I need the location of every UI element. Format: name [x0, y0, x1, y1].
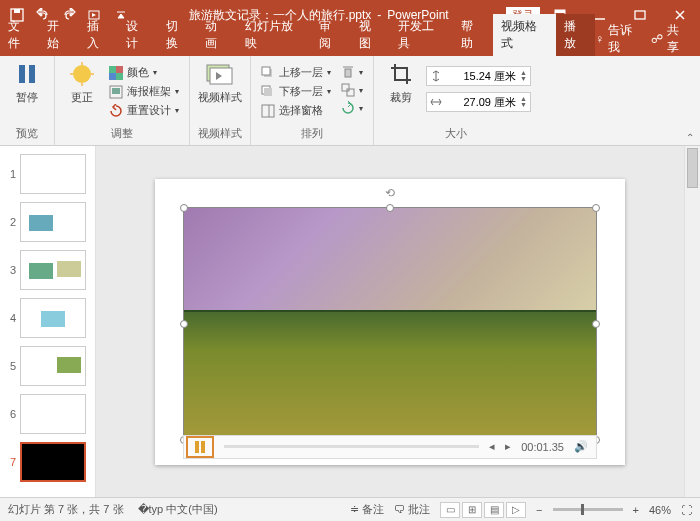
tab-animations[interactable]: 动画 [197, 14, 236, 56]
group-objects-button[interactable]: ▾ [339, 82, 365, 98]
video-styles-label: 视频样式 [198, 91, 242, 103]
poster-frame-icon [109, 85, 123, 99]
svg-rect-7 [19, 65, 25, 83]
selection-pane-button[interactable]: 选择窗格 [259, 102, 333, 119]
align-button[interactable]: ▾ [339, 64, 365, 80]
normal-view-icon[interactable]: ▭ [440, 502, 460, 518]
reading-view-icon[interactable]: ▤ [484, 502, 504, 518]
scrollbar-thumb[interactable] [687, 148, 698, 188]
send-backward-button[interactable]: 下移一层▾ [259, 83, 333, 100]
group-video-styles: 视频样式 视频样式 [190, 56, 251, 145]
send-backward-icon [261, 85, 275, 99]
width-field[interactable]: ▲▼ [426, 92, 531, 112]
reset-design-button[interactable]: 重置设计▾ [107, 102, 181, 119]
resize-handle[interactable] [592, 320, 600, 328]
height-field[interactable]: ▲▼ [426, 66, 531, 86]
zoom-out-button[interactable]: − [536, 504, 542, 516]
thumb-slide-3[interactable]: 3 [0, 248, 95, 296]
tab-playback[interactable]: 播放 [556, 14, 595, 56]
rotate-button[interactable]: ▾ [339, 100, 365, 116]
selection-pane-icon [261, 104, 275, 118]
step-back-icon[interactable]: ◂ [489, 440, 495, 453]
zoom-percent[interactable]: 46% [649, 504, 671, 516]
tab-video-format[interactable]: 视频格式 [493, 14, 556, 56]
volume-icon[interactable]: 🔊 [574, 440, 588, 453]
rotation-handle-icon[interactable]: ⟲ [385, 186, 395, 200]
language-status[interactable]: �typ 中文(中国) [138, 502, 218, 517]
ribbon: 暂停 预览 更正 颜色▾ 海报框架▾ 重置设计▾ 调整 视频样式 视频样式 [0, 56, 700, 146]
tell-me[interactable]: ♀ 告诉我 [595, 22, 643, 56]
sorter-view-icon[interactable]: ⊞ [462, 502, 482, 518]
width-input[interactable] [446, 96, 516, 108]
svg-rect-15 [116, 66, 123, 73]
share-label: 共享 [667, 22, 690, 56]
collapse-ribbon-icon[interactable]: ⌃ [686, 132, 694, 143]
fit-to-window-icon[interactable]: ⛶ [681, 504, 692, 516]
width-icon [430, 96, 442, 108]
thumb-slide-5[interactable]: 5 [0, 344, 95, 392]
pause-button[interactable]: 暂停 [8, 60, 46, 103]
thumb-slide-2[interactable]: 2 [0, 200, 95, 248]
color-button[interactable]: 颜色▾ [107, 64, 181, 81]
resize-handle[interactable] [592, 204, 600, 212]
width-spinner[interactable]: ▲▼ [520, 96, 527, 108]
thumb-slide-7[interactable]: 7★ [0, 440, 95, 488]
resize-handle[interactable] [386, 204, 394, 212]
height-spinner[interactable]: ▲▼ [520, 70, 527, 82]
zoom-slider[interactable] [553, 508, 623, 511]
play-pause-button[interactable] [186, 436, 214, 458]
svg-rect-22 [262, 67, 270, 75]
thumb-slide-1[interactable]: 1 [0, 152, 95, 200]
tab-home[interactable]: 开始 [39, 14, 78, 56]
svg-rect-29 [342, 84, 349, 91]
tab-view[interactable]: 视图 [351, 14, 390, 56]
thumb-slide-6[interactable]: 6 [0, 392, 95, 440]
video-styles-button[interactable]: 视频样式 [198, 60, 242, 103]
group-size: 裁剪 ▲▼ ▲▼ 大小 [374, 56, 539, 145]
slideshow-view-icon[interactable]: ▷ [506, 502, 526, 518]
tab-transitions[interactable]: 切换 [158, 14, 197, 56]
pause-label: 暂停 [16, 91, 38, 103]
tab-insert[interactable]: 插入 [79, 14, 118, 56]
seek-track[interactable] [224, 445, 479, 448]
color-icon [109, 66, 123, 80]
step-forward-icon[interactable]: ▸ [505, 440, 511, 453]
svg-point-9 [73, 65, 91, 83]
align-icon [341, 65, 355, 79]
zoom-slider-thumb[interactable] [581, 504, 584, 515]
resize-handle[interactable] [180, 204, 188, 212]
tab-help[interactable]: 帮助 [453, 14, 492, 56]
height-input[interactable] [446, 70, 516, 82]
color-label: 颜色 [127, 65, 149, 80]
vertical-scrollbar[interactable] [684, 146, 700, 497]
poster-frame-button[interactable]: 海报框架▾ [107, 83, 181, 100]
crop-button[interactable]: 裁剪 [382, 60, 420, 103]
group-label-preview: 预览 [8, 126, 46, 143]
tab-review[interactable]: 审阅 [311, 14, 350, 56]
tab-developer[interactable]: 开发工具 [390, 14, 453, 56]
send-backward-label: 下移一层 [279, 84, 323, 99]
slide-thumbnails[interactable]: 1 2 3 4 5 6 7★ [0, 146, 96, 497]
slide-canvas-area[interactable]: ⟲ ◂ ▸ 00:01.35 🔊 [96, 146, 684, 497]
video-object[interactable]: ⟲ [183, 207, 597, 441]
tab-file[interactable]: 文件 [0, 14, 39, 56]
slide-counter[interactable]: 幻灯片 第 7 张，共 7 张 [8, 502, 124, 517]
notes-button[interactable]: ≑ 备注 [350, 502, 384, 517]
crop-label: 裁剪 [390, 91, 412, 103]
corrections-label: 更正 [71, 91, 93, 103]
svg-rect-8 [29, 65, 35, 83]
share-button[interactable]: ☍ 共享 [651, 22, 690, 56]
tab-slideshow[interactable]: 幻灯片放映 [237, 14, 312, 56]
bring-forward-button[interactable]: 上移一层▾ [259, 64, 333, 81]
corrections-button[interactable]: 更正 [63, 60, 101, 103]
playback-time: 00:01.35 [521, 441, 564, 453]
zoom-in-button[interactable]: + [633, 504, 639, 516]
thumb-slide-4[interactable]: 4 [0, 296, 95, 344]
selection-pane-label: 选择窗格 [279, 103, 323, 118]
resize-handle[interactable] [180, 320, 188, 328]
height-icon [430, 70, 442, 82]
comments-button[interactable]: 🗨 批注 [394, 502, 430, 517]
bring-forward-label: 上移一层 [279, 65, 323, 80]
group-label-size: 大小 [382, 126, 531, 143]
tab-design[interactable]: 设计 [118, 14, 157, 56]
